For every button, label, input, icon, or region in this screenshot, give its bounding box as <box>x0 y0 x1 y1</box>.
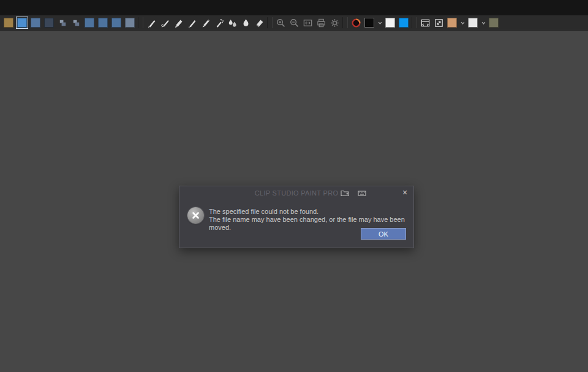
main-color-chevron-icon[interactable] <box>376 16 383 29</box>
paper-color-swatch[interactable] <box>445 16 459 29</box>
fullscreen-icon[interactable] <box>432 16 445 29</box>
settings-gear-icon[interactable] <box>328 16 341 29</box>
selection-blue-tool-4[interactable] <box>110 16 123 29</box>
blend-tool[interactable] <box>225 16 239 29</box>
close-icon[interactable]: × <box>399 187 410 198</box>
watercolor-tool[interactable] <box>239 16 252 29</box>
fountain-pen-tool[interactable] <box>158 16 172 29</box>
pencil-tool[interactable] <box>198 16 212 29</box>
layer-color-chevron-icon[interactable] <box>480 16 487 29</box>
dialog-titlebar: CLIP STUDIO PAINT PRO × <box>179 186 413 200</box>
ok-button[interactable]: OK <box>361 228 406 240</box>
toolbar-divider <box>412 17 417 28</box>
main-color-swatch[interactable] <box>363 16 376 29</box>
selection-blue-tool-1[interactable] <box>29 16 42 29</box>
paper-color-chevron-icon[interactable] <box>459 16 466 29</box>
message-line-1: The specified file could not be found. <box>209 208 413 216</box>
toolbar-divider <box>138 17 143 28</box>
fit-to-screen-icon[interactable] <box>301 16 314 29</box>
zoom-in-icon[interactable] <box>274 16 287 29</box>
mini-tool-1[interactable] <box>56 16 69 29</box>
eraser-tool[interactable] <box>252 16 266 29</box>
print-icon[interactable] <box>314 16 328 29</box>
dialog-body: The specified file could not be found. T… <box>179 200 413 232</box>
sub-color-swatch[interactable] <box>383 16 397 29</box>
color-wheel-icon[interactable] <box>349 16 363 29</box>
selection-gray-tool[interactable] <box>123 16 137 29</box>
pen-tool[interactable] <box>145 16 158 29</box>
ballpoint-pen-tool[interactable] <box>185 16 198 29</box>
swatch-tan-tool[interactable] <box>2 16 15 29</box>
window-titlebar <box>0 0 588 15</box>
selection-blue-tool-2[interactable] <box>83 16 96 29</box>
dialog-title: CLIP STUDIO PAINT PRO <box>179 189 413 197</box>
marker-tool[interactable] <box>172 16 185 29</box>
keyboard-icon[interactable] <box>357 188 367 198</box>
toolbar-divider <box>342 17 348 28</box>
dialog-message: The specified file could not be found. T… <box>209 200 413 232</box>
zoom-out-icon[interactable] <box>287 16 301 29</box>
layer-color-swatch[interactable] <box>466 16 480 29</box>
error-icon <box>187 207 204 224</box>
airbrush-tool[interactable] <box>212 16 225 29</box>
toolbar-divider <box>267 17 273 28</box>
selection-rectangle-tool[interactable] <box>15 16 29 29</box>
selection-blue-tool-3[interactable] <box>96 16 110 29</box>
toolbar-items <box>2 15 500 30</box>
folder-icon[interactable] <box>340 188 350 198</box>
error-dialog: CLIP STUDIO PAINT PRO × The specified fi… <box>179 186 414 248</box>
mini-tool-2[interactable] <box>69 16 83 29</box>
window-arrange-icon[interactable] <box>418 16 432 29</box>
selection-dark-tool[interactable] <box>42 16 56 29</box>
command-bar <box>0 15 588 31</box>
transparent-color-swatch[interactable] <box>397 16 410 29</box>
swatch-olive-tool[interactable] <box>487 16 500 29</box>
